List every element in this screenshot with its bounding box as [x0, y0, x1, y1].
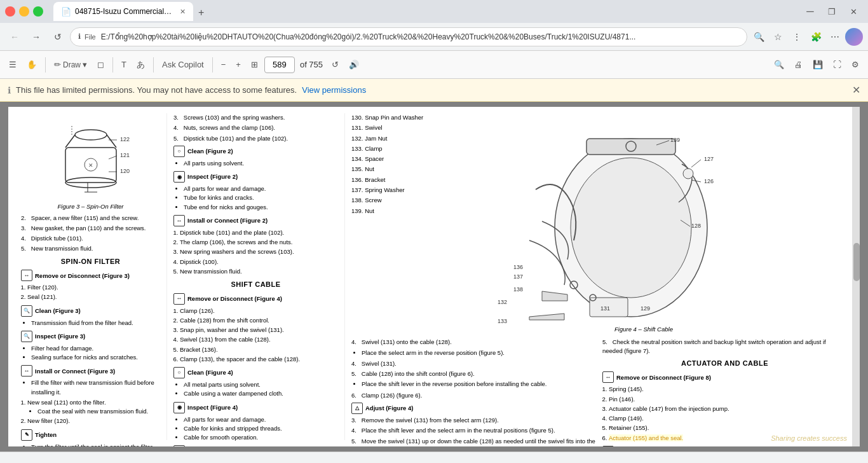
- scrollbar-thumb[interactable]: [853, 243, 860, 281]
- refresh-button[interactable]: ↺: [48, 27, 67, 46]
- adjust-5: 5. Move the swivel (131) up or down the …: [351, 437, 596, 446]
- tighten-icon: ✎: [21, 429, 32, 441]
- pdf-search-button[interactable]: 🔍: [770, 57, 788, 72]
- para-3: 3. New gasket, the pan (110) and the scr…: [21, 224, 160, 232]
- pdf-menu-button[interactable]: ☰: [5, 57, 20, 72]
- win-minimize-icon[interactable]: ─: [801, 2, 820, 21]
- clean-icon-fig4: ○: [173, 367, 185, 378]
- divider-2: [112, 57, 113, 73]
- maximize-button[interactable]: [33, 6, 43, 17]
- pdf-center-column: 3. Screws (103) and the spring washers. …: [167, 113, 345, 440]
- tighten-fig3: ✎ Tighten: [21, 429, 160, 441]
- remove-fig4-1: Clamp (126).: [180, 307, 338, 315]
- forward-button[interactable]: →: [27, 27, 46, 46]
- clean-bullets-fig4: All metal parts using solvent. Cable usi…: [184, 380, 338, 399]
- parts-130: 130. Snap Pin and Washer: [351, 113, 434, 121]
- svg-text:120: 120: [120, 168, 130, 174]
- step-cable-128: 5. Cable (128) into the shift control (f…: [351, 370, 596, 378]
- eraser-button[interactable]: ◻: [93, 57, 108, 72]
- pdf-print-button[interactable]: 🖨: [790, 57, 806, 72]
- inspect-fig4: ◉ Inspect (Figure 4): [173, 402, 338, 413]
- inspect-icon-fig2: ◉: [173, 171, 185, 183]
- win-restore-icon[interactable]: ❐: [822, 2, 841, 21]
- inspect-bullets-fig2: All parts for wear and damage. Tube for …: [184, 184, 338, 212]
- inspect-icon-fig4: ◉: [173, 402, 185, 413]
- window-controls[interactable]: [5, 6, 43, 17]
- rotate-icon: ↺: [332, 60, 339, 69]
- inspect-item-1: Filter head for damage.: [31, 344, 160, 353]
- inspect-tube-end: Tube end for nicks and gouges.: [184, 203, 338, 212]
- read-aloud-button[interactable]: 🔊: [345, 57, 363, 72]
- pdf-settings-button[interactable]: ⚙: [848, 57, 863, 72]
- clean-item-all: All parts using solvent.: [184, 159, 338, 168]
- minimize-button[interactable]: [19, 6, 29, 17]
- zoom-fit-icon: ⊞: [251, 60, 258, 69]
- profile-avatar[interactable]: [845, 28, 863, 46]
- remove-label-fig4: Remove or Disconnect (Figure 4): [187, 294, 282, 303]
- parts-131: 131. Swivel: [351, 123, 434, 132]
- favorites-icon[interactable]: ☆: [769, 28, 787, 46]
- divider-1: [45, 57, 46, 73]
- draw-button[interactable]: ✏ Draw ▾: [50, 57, 91, 72]
- active-tab[interactable]: 📄 048715-Isuzu Commercial Truck P ✕: [53, 2, 193, 21]
- rotate-button[interactable]: ↺: [328, 57, 342, 72]
- address-bar[interactable]: ℹ File E:/Tổng%20hợp%20tài%20liệu%20DHTA…: [70, 27, 747, 46]
- pdf-save-button[interactable]: 💾: [809, 57, 827, 72]
- search-icon[interactable]: 🔍: [750, 28, 768, 46]
- win-close-icon[interactable]: ✕: [844, 2, 863, 21]
- view-permissions-link[interactable]: View permissions: [302, 85, 366, 95]
- copilot-button[interactable]: Ask Copilot: [158, 57, 208, 72]
- right-steps-left: 4. Swivel (131) onto the cable (128). Pl…: [351, 338, 596, 446]
- zoom-in-button[interactable]: +: [232, 57, 245, 72]
- url-text: E:/Tổng%20hợp%20tài%20liệu%20DHTAUTO%20(…: [101, 32, 739, 41]
- back-button[interactable]: ←: [5, 27, 24, 46]
- svg-line-2: [107, 135, 116, 148]
- svg-line-35: [691, 160, 701, 167]
- install-icon-fig3: ↔: [21, 365, 32, 377]
- pdf-inner: 122 121 120 ✕ Figure 3 – Spin-On Filter: [8, 107, 860, 446]
- tab-close-icon[interactable]: ✕: [180, 8, 186, 16]
- install-fig4: ↔ Install or Connect (Figure 4): [173, 445, 338, 446]
- watermark: Sharing creates success: [771, 434, 847, 443]
- scrollbar[interactable]: [852, 107, 860, 446]
- page-number-input[interactable]: [264, 57, 295, 73]
- clean-icon-fig3: 🔍: [21, 305, 32, 317]
- shift-cable-diagram: 139 127 126 128 131 129 132: [440, 113, 847, 335]
- more-actions-icon[interactable]: ⋯: [826, 28, 844, 46]
- install-fig2-1: Dipstick tube (101) and the plate (102).: [180, 228, 338, 237]
- parts-138: 138. Screw: [351, 196, 434, 204]
- close-button[interactable]: [5, 6, 15, 17]
- info-icon: ℹ: [8, 85, 11, 95]
- inspect-label-fig4: Inspect (Figure 4): [187, 403, 238, 411]
- zoom-fit-button[interactable]: ⊞: [247, 57, 262, 72]
- svg-text:127: 127: [704, 156, 714, 162]
- extensions-icon[interactable]: 🧩: [807, 28, 825, 46]
- remove-fig4-3: Snap pin, washer and the swivel (131).: [180, 326, 338, 335]
- figure3-label: Figure 3 – Spin-On Filter: [21, 202, 160, 211]
- new-tab-button[interactable]: +: [193, 4, 209, 21]
- install-label-fig2: Install or Connect (Figure 2): [187, 216, 268, 225]
- permission-close-button[interactable]: ✕: [852, 84, 860, 96]
- filter-diagram-svg: 122 121 120 ✕: [34, 116, 148, 198]
- collections-icon[interactable]: ⋮: [788, 28, 806, 46]
- step-swivel-bullets: Place the select arm in the reverse posi…: [362, 349, 596, 357]
- clean-fig2: ○ Clean (Figure 2): [173, 146, 338, 157]
- svg-text:126: 126: [704, 178, 714, 184]
- clean-fig4: ○ Clean (Figure 4): [173, 367, 338, 378]
- inspect-fig4-3: Cable for smooth operation.: [184, 433, 338, 442]
- menu-icon: ☰: [9, 60, 17, 69]
- font-button[interactable]: あ: [133, 57, 149, 73]
- text-button[interactable]: T: [118, 57, 130, 72]
- pdf-hand-tool[interactable]: ✋: [23, 57, 41, 72]
- shift-cable-title: SHIFT CABLE: [173, 280, 338, 289]
- retainer-155: Retainer (155).: [609, 424, 847, 432]
- zoom-out-button[interactable]: −: [217, 57, 230, 72]
- clean-label-fig2: Clean (Figure 2): [187, 147, 233, 155]
- divider-3: [153, 57, 154, 73]
- divider-4: [212, 57, 213, 73]
- pdf-fullscreen-button[interactable]: ⛶: [829, 57, 845, 72]
- clean-cable: Cable using a water dampened cloth.: [184, 389, 338, 398]
- svg-point-17: [571, 158, 691, 298]
- step-swivel-131: 4. Swivel (131) onto the cable (128).: [351, 338, 596, 346]
- clean-fig8: ○ Clean (Figure 8): [602, 446, 847, 446]
